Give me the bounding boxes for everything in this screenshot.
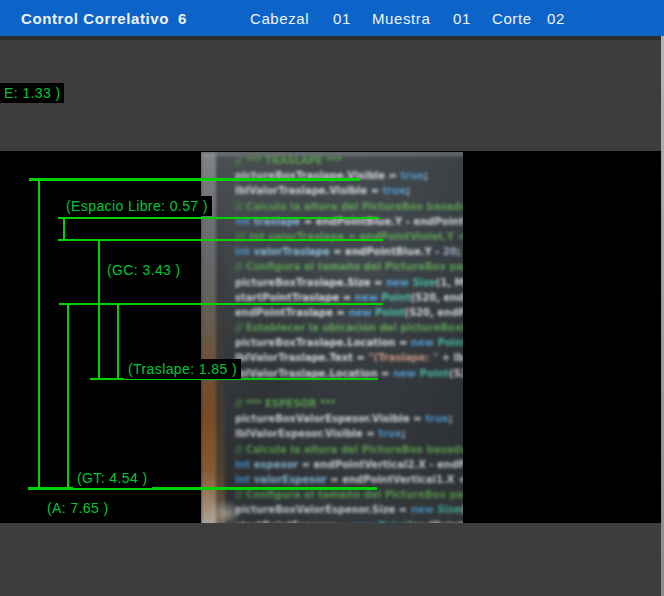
field-muestra-label: Muestra — [372, 0, 430, 36]
correlative-number: 6 — [178, 0, 187, 36]
label-espacio-libre: (Espacio Libre: 0.57 ) — [62, 196, 212, 216]
dimension-vline-a — [38, 178, 40, 490]
title-bar: Control Correlativo 6 Cabezal 01 Muestra… — [0, 0, 664, 36]
label-a: (A: 7.65 ) — [43, 498, 113, 518]
field-corte-value: 02 — [547, 0, 565, 36]
dimension-line-espacio-top — [58, 217, 380, 219]
dimension-vline-espacio — [63, 217, 65, 241]
dimension-vline-gc — [98, 239, 100, 380]
dimension-vline-traslape — [117, 303, 119, 380]
sample-photo: // *** TRASLAPE ***pictureBoxTraslape.Vi… — [201, 152, 463, 523]
dimension-line-top — [29, 178, 360, 181]
label-gc: (GC: 3.43 ) — [103, 260, 185, 280]
dimension-line-espacio-bottom — [58, 239, 383, 241]
field-cabezal-label: Cabezal — [250, 0, 309, 36]
screen-glare — [201, 152, 463, 523]
app-window: Control Correlativo 6 Cabezal 01 Muestra… — [0, 0, 664, 596]
label-traslape: (Traslape: 1.85 ) — [124, 359, 241, 379]
title-bar-shadow — [0, 36, 664, 40]
field-corte-label: Corte — [492, 0, 532, 36]
dimension-vline-gt — [67, 303, 69, 490]
app-title: Control Correlativo — [21, 0, 169, 36]
dimension-line-gt-top — [59, 303, 383, 305]
label-espesor: E: 1.33 ) — [0, 83, 64, 103]
label-gt: (GT: 4.54 ) — [73, 468, 152, 488]
field-muestra-value: 01 — [453, 0, 471, 36]
field-cabezal-value: 01 — [333, 0, 351, 36]
